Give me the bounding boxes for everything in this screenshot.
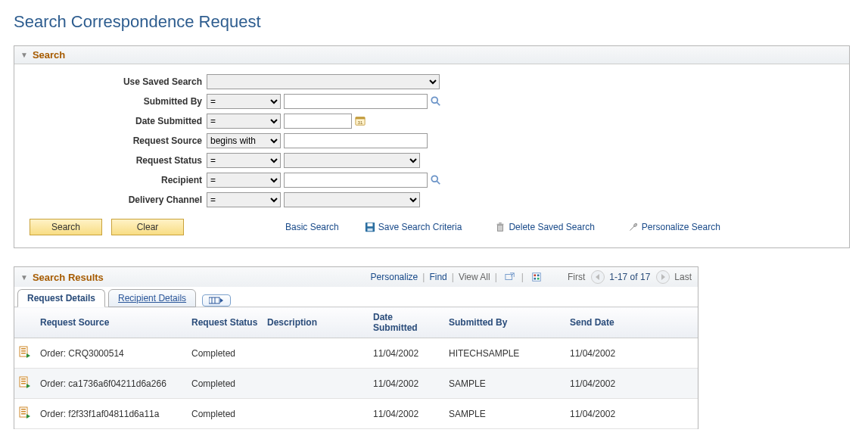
save-search-criteria-link[interactable]: Save Search Criteria [365,222,462,232]
trash-icon [495,222,506,232]
cell-description [263,369,369,399]
svg-text:31: 31 [358,120,363,125]
lookup-icon[interactable] [429,95,443,108]
cell-requestSource: Order: f2f33f1af04811d6a11a [36,399,187,429]
svg-rect-19 [209,297,219,303]
svg-rect-13 [506,275,512,280]
search-panel-header[interactable]: ▼ Search [14,46,849,64]
svg-point-0 [431,97,437,103]
date-submitted-op[interactable]: = [207,114,281,129]
request-status-select[interactable] [284,153,420,168]
tab-request-details[interactable]: Request Details [17,289,105,307]
collapse-arrow-icon: ▼ [20,273,28,282]
svg-rect-33 [21,413,26,415]
delete-saved-search-link[interactable]: Delete Saved Search [495,222,594,232]
submitted-by-op[interactable]: = [207,94,281,109]
delivery-channel-select[interactable] [284,192,420,207]
col-request-source[interactable]: Request Source [36,307,187,338]
svg-rect-24 [21,350,26,352]
svg-rect-14 [533,273,541,282]
personalize-search-label: Personalize Search [642,222,720,232]
clear-button[interactable]: Clear [111,219,184,235]
col-submitted-by[interactable]: Submitted By [444,307,565,338]
request-status-op[interactable]: = [207,153,281,168]
cell-sendDate: 11/04/2002 [565,399,698,429]
next-page-icon[interactable] [656,270,670,284]
delete-saved-search-label: Delete Saved Search [509,222,594,232]
label-recipient: Recipient [22,175,207,185]
col-request-status[interactable]: Request Status [187,307,263,338]
svg-line-6 [437,181,440,184]
cell-dateSubmitted: 11/04/2002 [369,399,444,429]
col-send-date[interactable]: Send Date [565,307,698,338]
show-all-columns-icon[interactable] [202,294,231,307]
svg-rect-12 [499,223,502,224]
delivery-channel-op[interactable]: = [207,192,281,207]
table-row: Order: ca1736a6f04211d6a266Completed11/0… [14,369,698,399]
cell-submittedBy: SAMPLE [444,369,565,399]
search-panel-title: Search [33,49,65,61]
label-use-saved-search: Use Saved Search [22,76,207,87]
recipient-op[interactable]: = [207,173,281,188]
svg-rect-8 [367,223,372,226]
svg-rect-15 [534,275,536,277]
basic-search-link[interactable]: Basic Search [285,222,339,232]
cell-submittedBy: SAMPLE [444,399,565,429]
disk-icon [365,222,375,232]
col-date-submitted[interactable]: Date Submitted [369,307,444,338]
cell-requestSource: Order: ca1736a6f04211d6a266 [36,369,187,399]
prev-page-icon[interactable] [591,270,605,284]
tabstrip: Request Details Recipient Details [14,287,698,307]
svg-rect-23 [21,348,26,350]
table-row: Order: CRQ3000514Completed11/04/2002HITE… [14,338,698,369]
svg-rect-16 [537,275,540,277]
search-button[interactable]: Search [30,219,102,235]
date-submitted-input[interactable] [284,114,352,129]
cell-requestStatus: Completed [187,399,263,429]
svg-rect-11 [497,224,504,226]
table-row: Order: f2f33f1af04811d6a11aCompleted11/0… [14,399,698,429]
personalize-search-link[interactable]: Personalize Search [628,222,720,232]
svg-line-1 [437,102,440,105]
col-description[interactable]: Description [263,307,369,338]
submitted-by-input[interactable] [284,94,428,109]
page-title: Search Correspondence Request [14,12,854,32]
recipient-input[interactable] [284,173,428,188]
find-link[interactable]: Find [429,272,446,282]
row-detail-icon[interactable] [14,399,36,429]
svg-rect-17 [534,278,536,280]
label-date-submitted: Date Submitted [22,116,207,126]
lookup-icon[interactable] [429,173,443,187]
save-search-criteria-label: Save Search Criteria [378,222,462,232]
download-icon[interactable] [530,270,543,284]
request-source-input[interactable] [284,133,428,148]
first-link[interactable]: First [568,272,585,282]
cell-submittedBy: HITECHSAMPLE [444,338,565,369]
view-all-link[interactable]: View All [459,272,490,282]
row-detail-icon[interactable] [14,338,36,369]
last-link[interactable]: Last [674,272,692,282]
results-panel: ▼ Search Results Personalize | Find | Vi… [14,266,698,429]
svg-rect-9 [367,229,372,232]
use-saved-search-select[interactable] [207,74,440,89]
request-source-op[interactable]: begins with [207,133,281,148]
search-panel: ▼ Search Use Saved Search Submitted By =… [14,45,850,248]
tab-recipient-details[interactable]: Recipient Details [108,289,196,307]
results-panel-title: Search Results [33,272,104,283]
cell-dateSubmitted: 11/04/2002 [369,338,444,369]
zoom-icon[interactable] [503,270,517,284]
page-range: 1-17 of 17 [609,272,650,282]
results-grid: Request Source Request Status Descriptio… [14,307,698,429]
cell-sendDate: 11/04/2002 [565,369,698,399]
label-request-source: Request Source [22,135,207,146]
svg-rect-27 [21,378,26,380]
personalize-link[interactable]: Personalize [371,272,418,282]
svg-rect-10 [498,225,503,231]
label-delivery-channel: Delivery Channel [22,195,207,205]
row-detail-icon[interactable] [14,369,36,399]
label-request-status: Request Status [22,155,207,166]
svg-rect-18 [537,278,540,280]
svg-rect-31 [21,409,26,410]
calendar-icon[interactable]: 31 [353,114,367,128]
cell-description [263,399,369,429]
